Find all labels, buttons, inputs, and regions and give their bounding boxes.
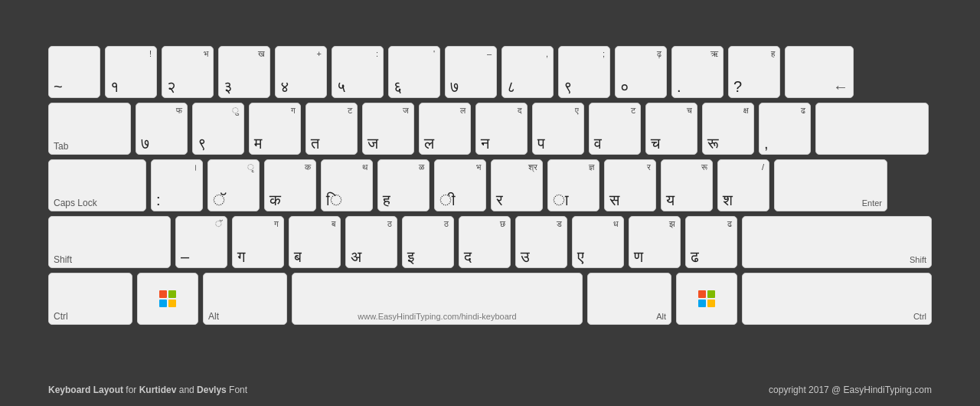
key-i[interactable]: ए प: [532, 103, 584, 155]
key-enter-top[interactable]: [815, 103, 929, 155]
key-tilde[interactable]: ~: [48, 46, 100, 98]
alt-right-key[interactable]: Alt: [587, 273, 671, 325]
key-equals[interactable]: ह ?: [728, 46, 780, 98]
backspace-key[interactable]: ←: [785, 46, 854, 98]
alt-left-key[interactable]: Alt: [203, 273, 287, 325]
key-5[interactable]: : ५: [332, 46, 384, 98]
key-semicolon[interactable]: रू य: [661, 159, 713, 211]
key-s[interactable]: ृ ॅ: [207, 159, 260, 211]
key-0[interactable]: ढ़ ०: [615, 46, 667, 98]
key-f[interactable]: थ ि: [321, 159, 373, 211]
key-j[interactable]: श्र र: [491, 159, 543, 211]
key-m[interactable]: ड उ: [515, 216, 567, 268]
key-9[interactable]: ; ९: [558, 46, 610, 98]
key-x[interactable]: ग ग: [232, 216, 284, 268]
row-1: ~ ! १ भ २ ख ३ + ४ : ५ ' ६ – ७: [48, 46, 932, 98]
key-b[interactable]: ठ इ: [402, 216, 454, 268]
windows-logo-icon-right: [698, 290, 715, 307]
key-d[interactable]: क क: [264, 159, 316, 211]
key-slash[interactable]: ढ ढ: [685, 216, 737, 268]
key-c[interactable]: ब ब: [289, 216, 341, 268]
key-k[interactable]: ज्ञ ा: [547, 159, 599, 211]
key-2[interactable]: भ २: [162, 46, 214, 98]
key-bracket-close[interactable]: ढ ,: [759, 103, 811, 155]
key-r[interactable]: ट त: [305, 103, 358, 155]
footer-right: copyright 2017 @ EasyHindiTyping.com: [769, 385, 932, 395]
key-bracket-open[interactable]: क्ष रू: [702, 103, 754, 155]
row-2: Tab फ ७ ु ९ ग म ट त ज ज ल ल द न: [48, 103, 932, 155]
key-l[interactable]: र स: [604, 159, 656, 211]
key-6[interactable]: ' ६: [388, 46, 440, 98]
key-q[interactable]: फ ७: [136, 103, 188, 155]
key-z[interactable]: ॅ –: [175, 216, 227, 268]
key-e[interactable]: ग म: [249, 103, 301, 155]
key-v[interactable]: ठ अ: [345, 216, 397, 268]
key-7[interactable]: – ७: [445, 46, 497, 98]
key-u[interactable]: द न: [475, 103, 528, 155]
key-period[interactable]: झ ण: [629, 216, 681, 268]
row-4: Shift ॅ – ग ग ब ब ठ अ ठ इ छ द ड उ: [48, 216, 932, 268]
enter-key[interactable]: Enter: [774, 159, 887, 211]
key-a[interactable]: । :: [151, 159, 203, 211]
key-3[interactable]: ख ३: [218, 46, 270, 98]
key-p[interactable]: च च: [645, 103, 697, 155]
footer-devlys: Devlys: [197, 385, 227, 395]
key-comma[interactable]: ध ए: [572, 216, 624, 268]
tab-key[interactable]: Tab: [48, 103, 131, 155]
footer-left: Keyboard Layout for Kurtidev and Devlys …: [48, 385, 247, 395]
key-quote[interactable]: / श: [717, 159, 769, 211]
row-3: Caps Lock । : ृ ॅ क क थ ि ळ ह भ ी श्र र: [48, 159, 932, 211]
shift-left-key[interactable]: Shift: [48, 216, 171, 268]
copyright-text: copyright 2017 @ EasyHindiTyping.com: [769, 385, 932, 395]
key-t[interactable]: ज ज: [362, 103, 414, 155]
key-o[interactable]: ट व: [589, 103, 641, 155]
space-key[interactable]: www.EasyHindiTyping.com/hindi-keyboard: [292, 273, 583, 325]
footer-bold-text: Keyboard Layout: [48, 385, 123, 395]
key-y[interactable]: ल ल: [419, 103, 471, 155]
footer-kurtidev: Kurtidev: [139, 385, 177, 395]
shift-right-key[interactable]: Shift: [742, 216, 932, 268]
ctrl-left-key[interactable]: Ctrl: [48, 273, 132, 325]
key-w[interactable]: ु ९: [192, 103, 244, 155]
key-4[interactable]: + ४: [275, 46, 327, 98]
key-n[interactable]: छ द: [459, 216, 511, 268]
caps-lock-key[interactable]: Caps Lock: [48, 159, 146, 211]
key-h[interactable]: भ ी: [434, 159, 486, 211]
win-right-key[interactable]: [676, 273, 737, 325]
key-minus[interactable]: ऋ .: [671, 46, 724, 98]
key-8[interactable]: , ८: [501, 46, 554, 98]
key-1[interactable]: ! १: [105, 46, 157, 98]
windows-logo-icon: [159, 290, 176, 307]
row-5: Ctrl Alt www.EasyHindiTyping.com/hindi-k…: [48, 273, 932, 325]
key-g[interactable]: ळ ह: [377, 159, 430, 211]
keyboard: ~ ! १ भ २ ख ३ + ४ : ५ ' ६ – ७: [48, 46, 932, 329]
ctrl-right-key[interactable]: Ctrl: [742, 273, 932, 325]
win-left-key[interactable]: [137, 273, 198, 325]
